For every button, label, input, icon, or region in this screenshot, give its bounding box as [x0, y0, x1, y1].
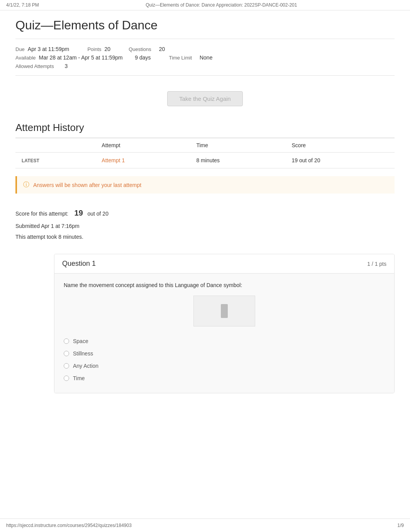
- questions-label: Questions: [129, 46, 151, 52]
- take-quiz-button[interactable]: Take the Quiz Again: [167, 91, 242, 106]
- answer-option[interactable]: Any Action: [64, 363, 385, 369]
- dance-symbol-shape: [221, 304, 228, 318]
- score-out-of: out of 20: [87, 211, 108, 217]
- question-1-pts: 1 / 1 pts: [367, 261, 386, 267]
- answer-option[interactable]: Stillness: [64, 350, 385, 357]
- attempt-score: 19 out of 20: [286, 153, 395, 168]
- timestamp: 4/1/22, 7:18 PM: [6, 2, 39, 8]
- option-label: Stillness: [73, 350, 93, 357]
- page-title: Quiz—Elements of Dance: [15, 10, 395, 39]
- info-icon: ⓘ: [23, 181, 29, 189]
- col-time: Time: [190, 138, 285, 153]
- option-label: Space: [73, 338, 88, 344]
- allowed-label: Allowed Attempts: [15, 63, 54, 69]
- take-quiz-section: Take the Quiz Again: [15, 76, 395, 118]
- meta-row-due: Due Apr 3 at 11:59pm Points 20 Questions…: [15, 46, 395, 52]
- footer-url: https://sjeccd.instructure.com/courses/2…: [6, 523, 132, 528]
- questions-value: 20: [159, 46, 165, 52]
- symbol-image: [193, 296, 255, 326]
- footer-page: 1/9: [397, 523, 404, 528]
- days-value: 9 days: [135, 54, 151, 61]
- question-1-section: Question 1 1 / 1 pts Name the movement c…: [54, 254, 395, 393]
- answer-option[interactable]: Time: [64, 375, 385, 381]
- quiz-meta: Due Apr 3 at 11:59pm Points 20 Questions…: [15, 39, 395, 76]
- col-latest: [15, 138, 95, 153]
- attempt-details: Score for this attempt: 19 out of 20 Sub…: [15, 201, 395, 250]
- allowed-value: 3: [64, 63, 68, 69]
- notice-text: Answers will be shown after your last at…: [33, 182, 141, 188]
- main-content: Quiz—Elements of Dance Due Apr 3 at 11:5…: [0, 10, 410, 393]
- answer-options: Space Stillness Any Action Time: [64, 334, 385, 385]
- question-1-text: Name the movement concept assigned to th…: [64, 281, 385, 289]
- question-1-body: Name the movement concept assigned to th…: [54, 273, 394, 393]
- radio-button[interactable]: [64, 338, 69, 344]
- points-value: 20: [105, 46, 111, 52]
- attempt-table: Attempt Time Score LATEST Attempt 1 8 mi…: [15, 138, 395, 168]
- points-label: Points: [87, 46, 101, 52]
- col-attempt: Attempt: [95, 138, 190, 153]
- latest-label: LATEST: [22, 158, 39, 163]
- attempt-history-title: Attempt History: [15, 118, 395, 138]
- score-number: 19: [75, 209, 83, 217]
- radio-button[interactable]: [64, 376, 69, 381]
- option-label: Any Action: [73, 363, 98, 369]
- answer-option[interactable]: Space: [64, 338, 385, 344]
- page-subtitle: Quiz—Elements of Dance: Dance Appreciati…: [146, 2, 297, 8]
- time-limit-label: Time Limit: [169, 55, 192, 61]
- available-label: Available: [15, 55, 36, 61]
- attempt-time: 8 minutes: [190, 153, 285, 168]
- radio-button[interactable]: [64, 363, 69, 369]
- col-score: Score: [286, 138, 395, 153]
- radio-button[interactable]: [64, 351, 69, 356]
- score-line: Score for this attempt: 19 out of 20: [15, 205, 395, 221]
- meta-row-allowed: Allowed Attempts 3: [15, 63, 395, 69]
- notice-box: ⓘ Answers will be shown after your last …: [15, 176, 395, 194]
- meta-row-available: Available Mar 28 at 12am - Apr 5 at 11:5…: [15, 54, 395, 61]
- submitted-line: Submitted Apr 1 at 7:16pm: [15, 221, 395, 231]
- footer: https://sjeccd.instructure.com/courses/2…: [0, 518, 410, 532]
- table-row: LATEST Attempt 1 8 minutes 19 out of 20: [15, 153, 395, 168]
- available-value: Mar 28 at 12am - Apr 5 at 11:59pm: [39, 54, 123, 61]
- score-label: Score for this attempt:: [15, 211, 68, 217]
- question-1-header: Question 1 1 / 1 pts: [54, 254, 394, 273]
- top-bar: 4/1/22, 7:18 PM Quiz—Elements of Dance: …: [0, 0, 410, 10]
- took-line: This attempt took 8 minutes.: [15, 231, 395, 242]
- option-label: Time: [73, 375, 85, 381]
- attempt-table-header: Attempt Time Score: [15, 138, 395, 153]
- attempt-link[interactable]: Attempt 1: [102, 157, 125, 163]
- time-limit-value: None: [200, 54, 212, 61]
- due-value: Apr 3 at 11:59pm: [28, 46, 69, 52]
- due-label: Due: [15, 46, 25, 52]
- question-1-title: Question 1: [62, 260, 96, 268]
